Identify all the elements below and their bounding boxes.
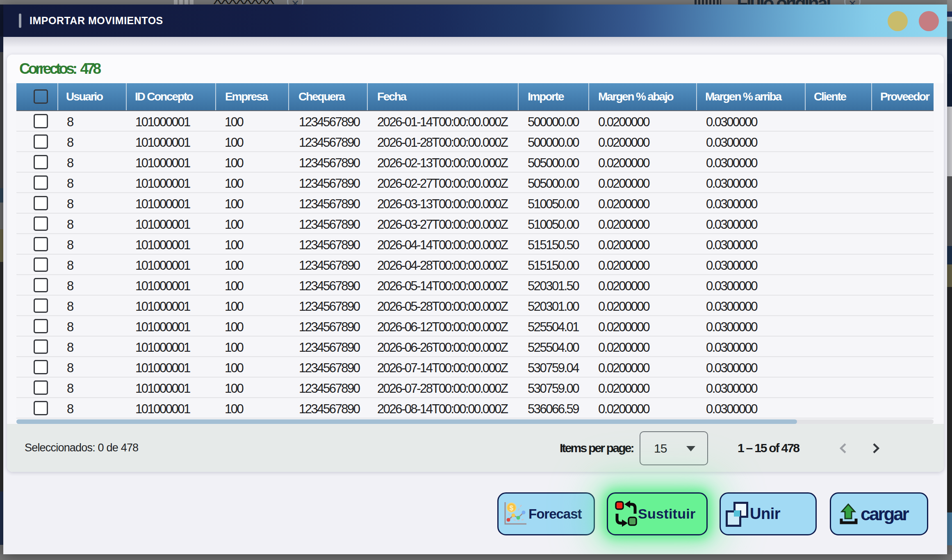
svg-text:$: $	[510, 504, 514, 512]
